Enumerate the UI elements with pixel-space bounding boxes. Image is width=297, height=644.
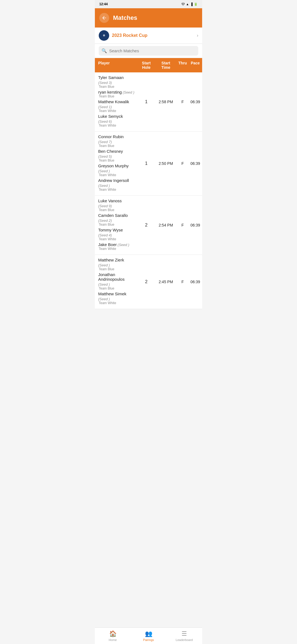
- player-seed: (Seed ): [98, 169, 110, 173]
- match-thru: F: [177, 161, 188, 166]
- matches-list: Tyler Samaan (Seed 3) Team Blue ryan ker…: [95, 72, 202, 328]
- match-pace: 06:39: [188, 223, 202, 227]
- player-team: Team White: [99, 109, 134, 113]
- column-header-pace: Pace: [188, 58, 202, 72]
- match-thru: F: [177, 223, 188, 227]
- search-icon: 🔍: [101, 48, 107, 53]
- match-start-hole: 2: [138, 279, 155, 284]
- player-name: Tommy Wyse: [98, 228, 123, 232]
- player-line: Tommy Wyse (Seed 4): [98, 228, 134, 237]
- player-line: Matthew Zierk (Seed ): [98, 258, 134, 267]
- player-team: Team White: [99, 188, 134, 192]
- player-team: Team White: [99, 124, 134, 127]
- match-thru: F: [177, 100, 188, 104]
- event-banner[interactable]: ⚙ 2023 Rocket Cup ›: [95, 28, 202, 44]
- match-pace: 06:39: [188, 161, 202, 166]
- player-name: Luke Semyck: [98, 114, 123, 119]
- player-line: Connor Rubin (Seed 7): [98, 134, 134, 144]
- player-name: Connor Rubin: [98, 134, 124, 139]
- player-seed: (Seed ): [98, 184, 110, 188]
- player-line: Jake Boer (Seed ): [98, 242, 134, 247]
- event-name: 2023 Rocket Cup: [112, 33, 147, 38]
- player-team: Team Blue: [99, 94, 134, 98]
- match-start-time: 2:50 PM: [155, 161, 177, 166]
- player-line: Matthew Kowalik (Seed 1): [98, 99, 134, 109]
- player-name: Camden Sarallo: [98, 213, 128, 218]
- shield-icon: 🛡: [182, 2, 185, 6]
- match-start-time: 2:58 PM: [155, 100, 177, 104]
- player-seed: (Seed 9): [98, 204, 112, 208]
- player-seed: (Seed 4): [98, 233, 112, 237]
- table-row[interactable]: Matthew Zierk (Seed ) Team Blue Jonathan…: [95, 255, 202, 309]
- player-name: Luke Vanoss: [98, 198, 122, 203]
- column-header-player: Player: [95, 58, 138, 72]
- back-arrow-icon: [101, 15, 107, 21]
- player-line: Greyson Murphy (Seed ): [98, 163, 134, 173]
- player-line: Jonathan Andrinopoulos (Seed ): [98, 272, 134, 286]
- match-thru: F: [177, 280, 188, 284]
- search-input[interactable]: [109, 48, 196, 53]
- match-players: Tyler Samaan (Seed 3) Team Blue ryan ker…: [95, 72, 138, 131]
- match-pace: 06:39: [188, 280, 202, 284]
- player-seed: (Seed ): [98, 282, 110, 286]
- player-team: Team Blue: [99, 144, 134, 148]
- player-line: ryan kersting (Seed ): [98, 90, 134, 94]
- match-players: Connor Rubin (Seed 7) Team Blue Ben Ches…: [95, 132, 138, 195]
- status-icons: 🛡 ▲ ▐ 🔋: [182, 2, 198, 6]
- player-seed: (Seed 3): [98, 81, 112, 85]
- player-seed: (Seed ): [98, 297, 110, 301]
- player-team: Team Blue: [99, 85, 134, 89]
- player-name: Ben Chesney: [98, 149, 123, 154]
- match-start-hole: 1: [138, 161, 155, 166]
- table-header: Player Start Hole Start Time Thru Pace: [95, 58, 202, 72]
- player-name: Matthew Kowalik: [98, 99, 129, 104]
- player-team: Team White: [99, 301, 134, 305]
- player-name: Matthew Zierk: [98, 258, 124, 262]
- player-team: Team White: [99, 237, 134, 241]
- player-name: Greyson Murphy: [98, 163, 129, 168]
- match-start-time: 2:54 PM: [155, 223, 177, 227]
- player-seed: (Seed 5): [98, 154, 112, 159]
- chevron-right-icon: ›: [197, 33, 198, 38]
- player-line: Camden Sarallo (Seed 2): [98, 213, 134, 223]
- player-name: Andrew Ingersoll: [98, 178, 129, 183]
- column-header-start-hole: Start Hole: [138, 58, 155, 72]
- player-line: Ben Chesney (Seed 5): [98, 149, 134, 159]
- player-name: Matthew Simek: [98, 291, 127, 296]
- table-row[interactable]: Tyler Samaan (Seed 3) Team Blue ryan ker…: [95, 72, 202, 132]
- column-header-thru: Thru: [177, 58, 188, 72]
- match-players: Matthew Zierk (Seed ) Team Blue Jonathan…: [95, 255, 138, 309]
- match-pace: 06:39: [188, 100, 202, 104]
- header: Matches: [95, 8, 202, 28]
- player-team: Team White: [99, 173, 134, 177]
- player-seed: (Seed 2): [98, 219, 112, 223]
- player-team: Team Blue: [99, 208, 134, 212]
- player-line: Luke Semyck (Seed 6): [98, 114, 134, 124]
- player-name: Tyler Samaan: [98, 75, 124, 80]
- player-line: Luke Vanoss (Seed 9): [98, 198, 134, 208]
- wifi-icon: ▲: [186, 2, 189, 6]
- signal-icon: ▐: [190, 2, 193, 6]
- player-seed: (Seed ): [123, 90, 134, 94]
- match-players: Luke Vanoss (Seed 9) Team Blue Camden Sa…: [95, 196, 138, 255]
- player-team: Team Blue: [99, 267, 134, 271]
- player-name: ryan kersting: [98, 90, 122, 94]
- match-start-hole: 1: [138, 99, 155, 104]
- back-button[interactable]: [99, 13, 109, 23]
- player-line: Tyler Samaan (Seed 3): [98, 75, 134, 85]
- search-bar: 🔍: [95, 44, 202, 58]
- player-name: Jake Boer: [98, 242, 117, 247]
- player-line: Matthew Simek (Seed ): [98, 291, 134, 301]
- table-row[interactable]: Luke Vanoss (Seed 9) Team Blue Camden Sa…: [95, 196, 202, 255]
- table-row[interactable]: Connor Rubin (Seed 7) Team Blue Ben Ches…: [95, 132, 202, 196]
- player-team: Team Blue: [99, 159, 134, 162]
- player-seed: (Seed 1): [98, 105, 112, 109]
- status-bar: 12:44 🛡 ▲ ▐ 🔋: [95, 0, 202, 8]
- player-seed: (Seed 6): [98, 119, 112, 124]
- player-team: Team Blue: [99, 223, 134, 227]
- player-seed: (Seed 7): [98, 140, 112, 144]
- status-time: 12:44: [99, 2, 108, 6]
- search-input-wrap[interactable]: 🔍: [99, 46, 198, 56]
- event-logo: ⚙: [99, 30, 109, 41]
- page-title: Matches: [113, 14, 137, 21]
